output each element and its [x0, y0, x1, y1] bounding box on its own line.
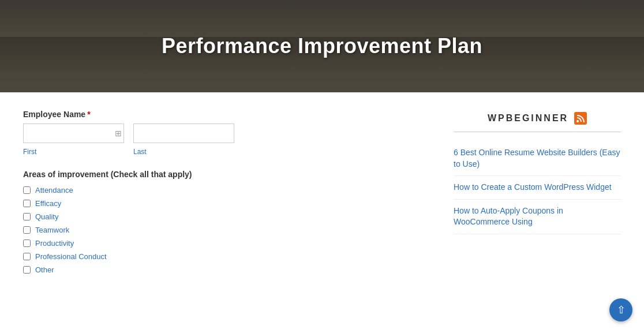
- areas-group-label: Areas of improvement (Check all that app…: [23, 170, 430, 179]
- checkbox-productivity: Productivity: [23, 239, 430, 248]
- name-sublabels: First Last: [23, 145, 430, 156]
- main-content: Employee Name* ⊞ First Last Areas of imp…: [0, 92, 644, 290]
- employee-name-field: Employee Name* ⊞ First Last: [23, 110, 430, 156]
- last-name-wrapper: [133, 124, 234, 143]
- page-title: Performance Improvement Plan: [162, 34, 482, 58]
- hero-banner: Performance Improvement Plan: [0, 0, 644, 92]
- rss-svg: [576, 114, 585, 122]
- checkbox-attendance-label[interactable]: Attendance: [35, 186, 73, 194]
- checkbox-quality-label[interactable]: Quality: [35, 212, 58, 221]
- sidebar-link-coupons[interactable]: How to Auto-Apply Coupons in WooCommerce…: [454, 206, 563, 227]
- checkbox-professional-conduct: Professional Conduct: [23, 252, 430, 261]
- areas-of-improvement-group: Areas of improvement (Check all that app…: [23, 170, 430, 274]
- checkbox-other: Other: [23, 265, 430, 274]
- checkbox-quality-input[interactable]: [23, 213, 31, 220]
- checkbox-professional-conduct-label[interactable]: Professional Conduct: [35, 252, 107, 261]
- first-name-input[interactable]: [23, 124, 124, 143]
- sidebar-link-item: How to Create a Custom WordPress Widget: [454, 176, 621, 200]
- sidebar-link-widget[interactable]: How to Create a Custom WordPress Widget: [454, 182, 612, 192]
- rss-icon[interactable]: [574, 112, 587, 125]
- sidebar-title: WPBEGINNER: [488, 113, 568, 124]
- required-marker: *: [87, 110, 90, 119]
- scroll-to-top-button[interactable]: ⇧: [609, 298, 632, 321]
- checkbox-productivity-label[interactable]: Productivity: [35, 239, 74, 248]
- sidebar-link-item: 6 Best Online Resume Website Builders (E…: [454, 141, 621, 176]
- checkbox-other-input[interactable]: [23, 266, 31, 274]
- checkbox-efficacy-input[interactable]: [23, 200, 31, 207]
- sidebar-header: WPBEGINNER: [454, 112, 621, 132]
- first-name-wrapper: ⊞: [23, 124, 124, 143]
- checkbox-efficacy-label[interactable]: Efficacy: [35, 199, 61, 208]
- checkbox-productivity-input[interactable]: [23, 240, 31, 247]
- last-name-input[interactable]: [133, 124, 234, 143]
- checkbox-professional-conduct-input[interactable]: [23, 253, 31, 260]
- last-label: Last: [133, 148, 234, 156]
- svg-point-0: [576, 120, 579, 122]
- checkbox-attendance: Attendance: [23, 186, 430, 194]
- checkbox-teamwork-input[interactable]: [23, 226, 31, 234]
- checkbox-other-label[interactable]: Other: [35, 265, 54, 274]
- checkbox-efficacy: Efficacy: [23, 199, 430, 208]
- form-area: Employee Name* ⊞ First Last Areas of imp…: [23, 110, 430, 279]
- checkbox-teamwork-label[interactable]: Teamwork: [35, 226, 69, 234]
- sidebar-link-item: How to Auto-Apply Coupons in WooCommerce…: [454, 200, 621, 234]
- first-label: First: [23, 148, 124, 156]
- sidebar-links: 6 Best Online Resume Website Builders (E…: [454, 141, 621, 234]
- checkbox-teamwork: Teamwork: [23, 226, 430, 234]
- name-inputs-row: ⊞: [23, 124, 430, 143]
- sidebar: WPBEGINNER 6 Best Online Resume Website …: [454, 110, 621, 279]
- sidebar-link-resume[interactable]: 6 Best Online Resume Website Builders (E…: [454, 148, 620, 169]
- checkbox-quality: Quality: [23, 212, 430, 221]
- employee-name-label: Employee Name*: [23, 110, 430, 119]
- checkbox-attendance-input[interactable]: [23, 186, 31, 194]
